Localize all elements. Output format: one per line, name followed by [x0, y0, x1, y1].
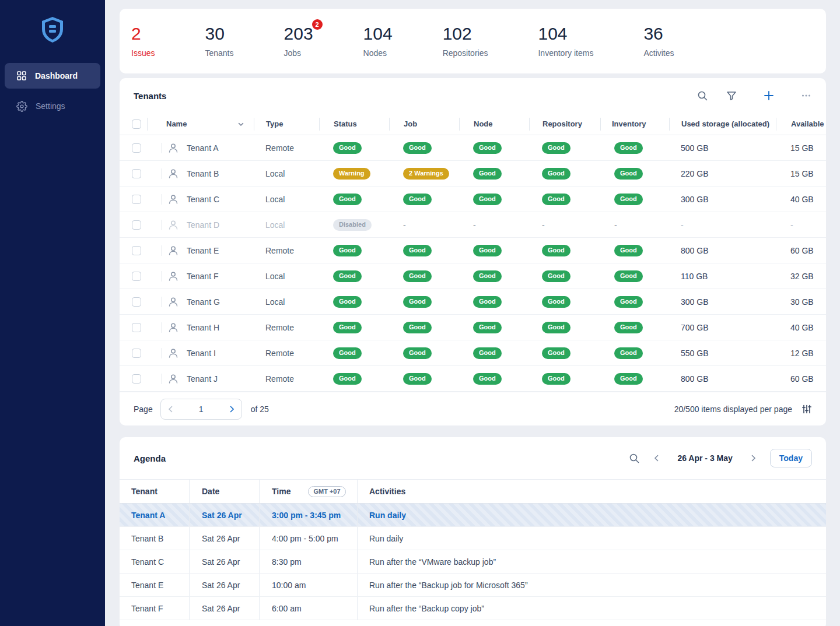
status-cell: Good: [529, 142, 600, 154]
column-header-job[interactable]: Job: [389, 118, 459, 131]
column-header-available-storage[interactable]: Available storage: [776, 118, 826, 131]
status-badge: 2 Warnings: [403, 168, 449, 180]
column-header-inventory[interactable]: Inventory: [600, 118, 669, 131]
stat-value: 102: [443, 24, 472, 43]
chevron-down-icon[interactable]: [237, 121, 244, 128]
column-header-name[interactable]: Name: [147, 118, 254, 131]
tenant-type: Local: [254, 195, 319, 204]
page-selector[interactable]: 1: [160, 399, 242, 420]
row-checkbox[interactable]: [132, 246, 141, 255]
chevron-right-icon[interactable]: [228, 405, 236, 413]
chevron-left-icon[interactable]: [167, 405, 175, 413]
stat-jobs[interactable]: 2032Jobs: [284, 24, 313, 58]
table-row[interactable]: Tenant DLocalDisabled------: [120, 212, 826, 238]
table-row[interactable]: Tenant FLocalGoodGoodGoodGoodGood110 GB3…: [120, 263, 826, 289]
timezone-badge: GMT +07: [308, 486, 345, 497]
tenant-type: Remote: [254, 246, 319, 255]
table-row[interactable]: Tenant GLocalGoodGoodGoodGoodGood300 GB3…: [120, 289, 826, 315]
status-badge: Good: [473, 270, 502, 282]
status-cell: Good: [319, 142, 389, 154]
display-settings-sliders-icon[interactable]: [802, 404, 812, 414]
more-options-icon[interactable]: [800, 90, 812, 101]
stat-repositories[interactable]: 102Repositories: [443, 24, 488, 58]
table-row[interactable]: Tenant ERemoteGoodGoodGoodGoodGood800 GB…: [120, 238, 826, 263]
status-badge: -: [614, 221, 617, 229]
table-row[interactable]: Tenant HRemoteGoodGoodGoodGoodGood700 GB…: [120, 315, 826, 340]
stat-label: Tenants: [205, 48, 233, 58]
column-header-repository[interactable]: Repository: [529, 118, 600, 131]
column-header-node[interactable]: Node: [459, 118, 529, 131]
row-checkbox[interactable]: [132, 195, 141, 204]
agenda-row[interactable]: Tenant FSat 26 Apr6:00 amRun after the “…: [120, 597, 826, 620]
agenda-column-tenant[interactable]: Tenant: [120, 480, 189, 503]
column-header-used-storage[interactable]: Used storage (allocated): [669, 118, 776, 131]
row-checkbox[interactable]: [132, 323, 141, 332]
agenda-column-activities[interactable]: Activities: [357, 480, 826, 503]
dashboard-grid-icon: [16, 71, 27, 81]
next-week-chevron-icon[interactable]: [749, 454, 757, 462]
table-row[interactable]: Tenant BLocalWarning2 WarningsGoodGoodGo…: [120, 161, 826, 187]
agenda-search-icon[interactable]: [628, 452, 640, 464]
divider: [162, 297, 162, 307]
filter-icon[interactable]: [726, 90, 737, 101]
agenda-date: Sat 26 Apr: [189, 574, 259, 596]
table-row[interactable]: Tenant CLocalGoodGoodGoodGoodGood300 GB4…: [120, 187, 826, 212]
available-storage-value: 15 GB: [776, 169, 826, 178]
tenant-name-cell: Tenant A: [147, 142, 254, 154]
select-all-checkbox[interactable]: [132, 119, 141, 129]
agenda-column-time[interactable]: Time GMT +07: [259, 480, 357, 503]
add-tenant-icon[interactable]: [763, 90, 775, 101]
tenant-name-cell: Tenant G: [147, 296, 254, 308]
column-header-type[interactable]: Type: [254, 118, 319, 131]
status-cell: Good: [389, 321, 459, 333]
stat-value: 104: [363, 24, 393, 43]
table-row[interactable]: Tenant ARemoteGoodGoodGoodGoodGood500 GB…: [120, 135, 826, 161]
agenda-row[interactable]: Tenant ASat 26 Apr3:00 pm - 3:45 pmRun d…: [120, 504, 826, 527]
sidebar-item-dashboard[interactable]: Dashboard: [5, 63, 100, 89]
tenant-type: Remote: [254, 323, 319, 332]
table-row[interactable]: Tenant IRemoteGoodGoodGoodGoodGood550 GB…: [120, 340, 826, 366]
status-badge: Good: [333, 347, 362, 359]
column-header-status[interactable]: Status: [319, 118, 389, 131]
table-row[interactable]: Tenant JRemoteGoodGoodGoodGoodGood800 GB…: [120, 366, 826, 392]
row-checkbox[interactable]: [132, 220, 141, 230]
agenda-row[interactable]: Tenant CSat 26 Apr8:30 pmRun after the “…: [120, 550, 826, 574]
stat-inventory-items[interactable]: 104Inventory items: [538, 24, 593, 58]
row-checkbox[interactable]: [132, 272, 141, 281]
stat-nodes[interactable]: 104Nodes: [363, 24, 393, 58]
today-button[interactable]: Today: [770, 449, 812, 467]
row-checkbox-cell: [120, 195, 147, 204]
stat-activites[interactable]: 36Activites: [643, 24, 674, 58]
row-checkbox[interactable]: [132, 374, 141, 384]
available-storage-value: 12 GB: [776, 349, 826, 358]
row-checkbox[interactable]: [132, 349, 141, 358]
row-checkbox[interactable]: [132, 297, 141, 307]
status-cell: Good: [529, 167, 600, 180]
status-badge: Good: [614, 296, 643, 308]
sidebar-item-label: Dashboard: [35, 71, 78, 80]
current-page-value[interactable]: 1: [199, 405, 204, 414]
row-checkbox[interactable]: [132, 169, 141, 178]
status-cell: Good: [389, 193, 459, 205]
status-badge: Good: [614, 373, 643, 385]
status-badge: Good: [542, 322, 570, 333]
tenant-name: Tenant F: [187, 272, 218, 281]
tenant-name: Tenant D: [187, 220, 219, 230]
status-badge: Good: [542, 296, 570, 308]
status-badge: -: [542, 221, 545, 229]
row-checkbox[interactable]: [132, 143, 141, 153]
stat-tenants[interactable]: 30Tenants: [205, 24, 233, 58]
used-storage-value: 550 GB: [669, 349, 776, 358]
previous-week-chevron-icon[interactable]: [653, 454, 661, 462]
stat-issues[interactable]: 2Issues: [131, 24, 155, 58]
agenda-row[interactable]: Tenant BSat 26 Apr4:00 pm - 5:00 pmRun d…: [120, 527, 826, 550]
sidebar-item-settings[interactable]: Settings: [5, 93, 100, 119]
agenda-row[interactable]: Tenant ESat 26 Apr10:00 amRun after the …: [120, 574, 826, 597]
row-checkbox-cell: [120, 169, 147, 178]
tenant-type: Local: [254, 220, 319, 230]
status-cell: Good: [459, 347, 529, 359]
status-badge: Good: [403, 347, 432, 359]
search-icon[interactable]: [696, 90, 708, 101]
pagination-bar: Page 1 of 25 20/500 items displayed per …: [120, 392, 826, 425]
agenda-column-date[interactable]: Date: [189, 480, 259, 503]
